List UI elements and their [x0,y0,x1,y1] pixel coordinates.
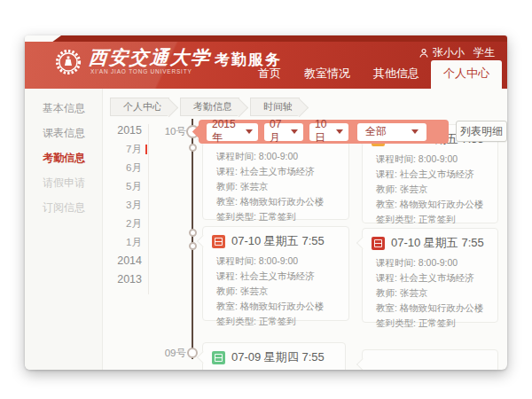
card-field-teacher: 教师: 张芸京 [376,182,490,197]
scale-month-current[interactable]: 7月 [110,140,142,159]
sidebar: 基本信息 课表信息 考勤信息 请假申请 订阅信息 [25,89,103,370]
attendance-card[interactable]: 07-10 星期五 7:55 课程时间: 8:00-9:00 课程: 社会主义市… [202,226,349,321]
chevron-down-icon [336,129,343,134]
breadcrumb-timeline[interactable]: 时间轴 [250,98,300,116]
year-select[interactable]: 2015年 [207,123,258,141]
day-marker-09: 09号 [158,347,186,360]
timeline-node [189,229,197,237]
scale-year[interactable]: 2015 [110,121,142,140]
scale-month[interactable]: 6月 [110,159,142,177]
card-field-course: 课程: 社会主义市场经济 [376,270,490,286]
nav-home[interactable]: 首页 [246,60,293,89]
header-banner: 西安交通大学 XI'AN JIAO TONG UNIVERSITY 考勤服务 张… [25,35,507,89]
timeline-node [187,348,198,358]
scale-year[interactable]: 2014 [110,252,142,270]
card-field-teacher: 教师: 张芸京 [216,179,341,194]
breadcrumb-attendance-info[interactable]: 考勤信息 [180,98,239,116]
card-field-time: 课程时间: 8:00-9:00 [216,254,341,269]
attendance-card-partial[interactable] [362,349,498,370]
attendance-card[interactable]: 07-09 星期四 7:55 [202,342,346,370]
nav-classrooms[interactable]: 教室情况 [293,60,362,89]
breadcrumb-personal-center[interactable]: 个人中心 [110,98,169,116]
user-info[interactable]: 张小小 学生 [419,45,495,60]
university-name-en: XI'AN JIAO TONG UNIVERSITY [90,68,192,74]
day-marker-10: 10号 [158,125,186,138]
scale-month[interactable]: 1月 [110,233,142,252]
attendance-status-icon [372,237,385,250]
card-field-time: 课程时间: 8:00-9:00 [216,149,341,164]
scale-month[interactable]: 2月 [110,215,142,233]
scale-month[interactable]: 5月 [110,177,142,196]
sidebar-item-schedule-info[interactable]: 课表信息 [25,121,102,145]
sidebar-item-leave-request[interactable]: 请假申请 [25,170,102,195]
card-body: 课程时间: 8:00-9:00 课程: 社会主义市场经济 教师: 张芸京 教室:… [363,254,497,331]
scale-divider [148,124,149,294]
card-field-course: 课程: 社会主义市场经济 [216,269,341,284]
month-select-value: 07月 [270,118,287,145]
scale-year[interactable]: 2013 [110,270,142,289]
year-select-value: 2015年 [212,118,242,145]
card-body: 课程时间: 8:00-9:00 课程: 社会主义市场经济 教师: 张芸京 教室:… [363,150,497,227]
main-nav: 首页 教室情况 其他信息 个人中心 [246,60,502,89]
card-field-course: 课程: 社会主义市场经济 [216,164,341,179]
card-field-signin-type: 签到类型: 正常签到 [216,314,341,329]
chevron-down-icon [411,129,419,134]
card-field-room: 教室: 格物致知行政办公楼 [216,194,341,209]
day-select[interactable]: 10日 [309,123,348,141]
card-field-room: 教室: 格物致知行政办公楼 [376,301,490,316]
chevron-down-icon [291,129,298,134]
scope-select[interactable]: 全部 [357,123,426,141]
day-select-value: 10日 [315,118,332,145]
card-field-teacher: 教师: 张芸京 [376,286,490,301]
filter-bar: 2015年 07月 10日 全部 [199,120,449,144]
card-field-signin-type: 签到类型: 正常签到 [216,209,341,224]
card-header: 07-10 星期五 7:55 [363,229,497,254]
card-field-course: 课程: 社会主义市场经济 [376,167,490,182]
timeline-node [189,144,197,152]
sidebar-item-basic-info[interactable]: 基本信息 [25,96,102,121]
chevron-down-icon [246,129,253,134]
card-field-time: 课程时间: 8:00-9:00 [376,255,490,270]
card-date: 07-10 星期五 7:55 [391,235,484,251]
card-field-signin-type: 签到类型: 正常签到 [376,212,490,227]
card-header: 07-09 星期四 7:55 [203,343,345,368]
nav-personal-center[interactable]: 个人中心 [431,60,502,89]
timeline-scale: 2015 7月 6月 5月 3月 2月 1月 2014 2013 [110,121,142,289]
attendance-status-icon [212,235,225,248]
card-field-time: 课程时间: 8:00-9:00 [376,152,490,167]
user-name: 张小小 [433,45,465,60]
university-gear-logo-icon [55,49,82,75]
scope-select-value: 全部 [365,124,387,139]
nav-other-info[interactable]: 其他信息 [362,60,431,89]
month-select[interactable]: 07月 [264,123,303,141]
card-field-room: 教室: 格物致知行政办公楼 [376,197,490,212]
user-role: 学生 [473,45,495,60]
card-field-room: 教室: 格物致知行政办公楼 [216,299,341,314]
breadcrumb: 个人中心 考勤信息 时间轴 [110,98,310,116]
card-field-teacher: 教师: 张芸京 [216,284,341,299]
attendance-status-icon [212,351,225,364]
timeline-axis [192,119,193,359]
card-body: 课程时间: 8:00-9:00 课程: 社会主义市场经济 教师: 张芸京 教室:… [203,252,348,329]
scale-month[interactable]: 3月 [110,196,142,215]
person-icon [419,48,429,59]
card-header: 07-10 星期五 7:55 [203,227,348,252]
card-date: 07-09 星期四 7:55 [231,349,325,365]
card-date: 07-10 星期五 7:55 [231,233,325,249]
timeline-node [189,242,197,250]
page: 西安交通大学 XI'AN JIAO TONG UNIVERSITY 考勤服务 张… [0,0,532,399]
sidebar-item-subscription-info[interactable]: 订阅信息 [25,195,102,220]
card-field-signin-type: 签到类型: 正常签到 [376,316,490,331]
list-detail-button[interactable]: 列表明细 [456,121,507,142]
attendance-card[interactable]: 07-10 星期五 7:55 课程时间: 8:00-9:00 课程: 社会主义市… [362,228,498,323]
sidebar-item-attendance-info[interactable]: 考勤信息 [25,145,102,170]
university-name-cn: 西安交通大学 [88,45,212,70]
app-window: 西安交通大学 XI'AN JIAO TONG UNIVERSITY 考勤服务 张… [25,35,507,370]
